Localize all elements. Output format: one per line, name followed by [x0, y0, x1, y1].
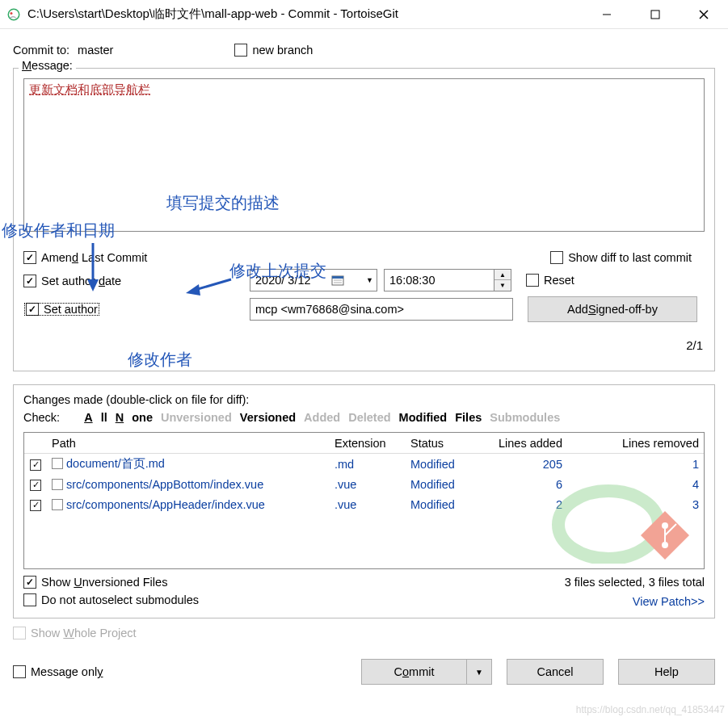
chevron-down-icon: ▼ [366, 276, 373, 284]
col-path[interactable]: Path [47, 437, 330, 450]
text-counter: 2/1 [686, 338, 703, 352]
file-ext: .vue [330, 478, 406, 491]
file-status: Modified [406, 498, 478, 511]
file-list[interactable]: Path Extension Status Lines added Lines … [23, 432, 705, 569]
svg-point-1 [11, 12, 13, 15]
table-row[interactable]: ✓src/components/AppHeader/index.vue.vueM… [24, 494, 704, 514]
check-filters: Check: All None Unversioned Versioned Ad… [23, 411, 705, 424]
show-whole-project-checkbox: Show Whole Project [13, 627, 702, 639]
reset-label: Reset [544, 274, 574, 287]
message-group: Message: 更新文档和底部导航栏 2/1 Amend Last Commi… [13, 68, 715, 371]
file-lines-added: 6 [478, 478, 567, 491]
col-lines-added[interactable]: Lines added [478, 437, 567, 450]
changes-header: Changes made (double-click on file for d… [23, 393, 705, 406]
app-icon [6, 7, 21, 22]
files-summary: 3 files selected, 3 files total [565, 576, 705, 589]
show-diff-last-commit-checkbox[interactable]: Show diff to last commit [550, 251, 692, 264]
file-icon [52, 479, 63, 490]
show-whole-project-label: Show Whole Project [31, 627, 137, 639]
file-list-header: Path Extension Status Lines added Lines … [24, 433, 704, 454]
chevron-down-icon: ▼ [475, 668, 483, 677]
checkbox-icon [13, 627, 26, 639]
file-lines-removed: 1 [567, 458, 704, 471]
file-status: Modified [406, 458, 478, 471]
date-value: 2020/ 3/12 [255, 274, 311, 287]
checkbox-icon [26, 303, 39, 316]
filter-added[interactable]: Added [304, 411, 340, 424]
message-only-label: Message only [31, 665, 103, 678]
filter-modified[interactable]: Modified [399, 411, 448, 424]
file-ext: .vue [330, 498, 406, 511]
file-path: document/首页.md [47, 456, 330, 472]
amend-last-commit-label: Amend Last Commit [41, 251, 147, 264]
file-ext: .md [330, 458, 406, 471]
date-input[interactable]: 2020/ 3/12 ▼ [250, 269, 377, 291]
show-unversioned-checkbox[interactable]: Show Unversioned Files [23, 576, 199, 589]
col-extension[interactable]: Extension [330, 437, 406, 450]
checkbox-icon [13, 665, 26, 678]
window-title: C:\Users\start\Desktop\临时文件\mall-app-web… [27, 6, 583, 22]
commit-message-input[interactable]: 更新文档和底部导航栏 [23, 78, 705, 232]
checkbox-icon[interactable]: ✓ [30, 459, 41, 471]
file-lines-removed: 3 [567, 498, 704, 511]
amend-last-commit-checkbox[interactable]: Amend Last Commit [23, 251, 147, 264]
filter-unversioned[interactable]: Unversioned [161, 411, 232, 424]
check-label: Check: [23, 411, 60, 424]
filter-all[interactable]: All [84, 411, 107, 424]
svg-point-13 [662, 542, 668, 548]
view-patch-link[interactable]: View Patch>> [633, 595, 705, 608]
new-branch-checkbox[interactable]: new branch [234, 44, 313, 57]
reset-checkbox[interactable]: Reset [526, 274, 574, 287]
svg-line-15 [665, 524, 676, 535]
author-input[interactable] [250, 298, 513, 321]
filter-files[interactable]: Files [455, 411, 482, 424]
svg-rect-3 [651, 10, 659, 19]
changes-group: Changes made (double-click on file for d… [13, 384, 715, 618]
filter-versioned[interactable]: Versioned [240, 411, 296, 424]
show-unversioned-label: Show Unversioned Files [41, 576, 167, 589]
message-only-checkbox[interactable]: Message only [13, 665, 103, 678]
close-icon [699, 10, 709, 19]
no-autoselect-submodules-checkbox[interactable]: Do not autoselect submodules [23, 593, 199, 606]
set-author-date-label: Set author date [41, 275, 121, 287]
checkbox-icon[interactable]: ✓ [30, 500, 41, 511]
spin-up-button[interactable]: ▲ [494, 270, 511, 280]
commit-dropdown-button[interactable]: ▼ [466, 659, 492, 685]
commit-split-button[interactable]: Commit ▼ [361, 659, 492, 685]
minimize-icon [602, 10, 612, 19]
filter-none[interactable]: None [116, 411, 153, 424]
checkbox-icon [550, 251, 563, 264]
no-autoselect-label: Do not autoselect submodules [41, 593, 199, 606]
file-lines-removed: 4 [567, 478, 704, 491]
filter-deleted[interactable]: Deleted [348, 411, 390, 424]
checkbox-icon[interactable]: ✓ [30, 480, 41, 491]
minimize-button[interactable] [583, 0, 631, 29]
titlebar: C:\Users\start\Desktop\临时文件\mall-app-web… [0, 0, 728, 29]
checkbox-icon [23, 275, 36, 287]
commit-button[interactable]: Commit [361, 659, 466, 685]
table-row[interactable]: ✓src/components/AppBottom/index.vue.vueM… [24, 474, 704, 494]
set-author-date-checkbox[interactable]: Set author date [23, 275, 121, 287]
help-button[interactable]: Help [618, 659, 715, 685]
col-lines-removed[interactable]: Lines removed [567, 437, 704, 450]
file-icon [52, 499, 63, 510]
commit-to-row: Commit to: master new branch [13, 44, 715, 57]
checkbox-icon [234, 44, 247, 57]
filter-submodules[interactable]: Submodules [490, 411, 560, 424]
svg-point-0 [8, 9, 19, 20]
checkbox-icon [23, 251, 36, 264]
time-input[interactable]: 16:08:30 ▲ ▼ [384, 269, 511, 291]
time-value: 16:08:30 [385, 274, 494, 287]
spin-down-button[interactable]: ▼ [494, 280, 511, 291]
svg-marker-11 [641, 511, 689, 560]
maximize-button[interactable] [631, 0, 680, 29]
cancel-button[interactable]: Cancel [507, 659, 604, 685]
table-row[interactable]: ✓document/首页.md.mdModified2051 [24, 454, 704, 474]
set-author-label: Set author [44, 303, 98, 316]
col-status[interactable]: Status [406, 437, 478, 450]
file-path: src/components/AppBottom/index.vue [47, 477, 330, 491]
set-author-checkbox[interactable]: Set author [23, 302, 100, 317]
svg-rect-7 [332, 276, 343, 279]
add-signed-off-by-button[interactable]: Add Signed-off-by [528, 296, 697, 322]
close-button[interactable] [680, 0, 728, 29]
